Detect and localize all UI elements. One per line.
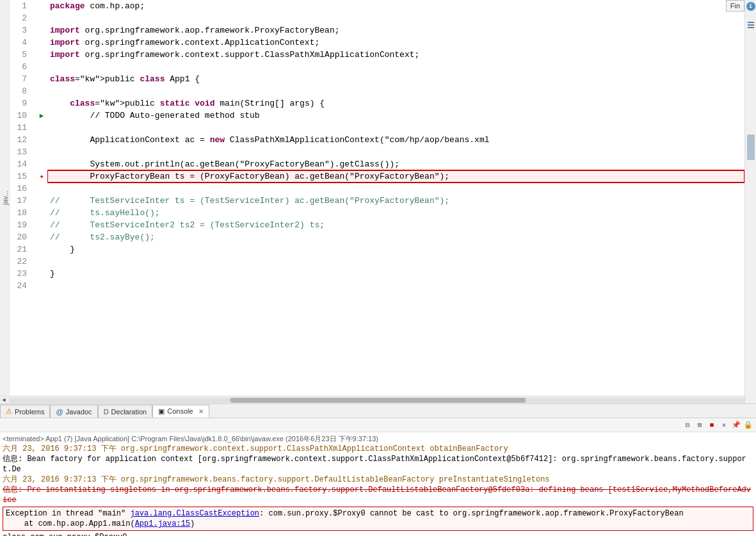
console-error-box: Exception in thread "main" java.lang.Cla… bbox=[3, 507, 753, 531]
gutter-marker bbox=[36, 49, 47, 61]
code-line: System.out.println(ac.getBean("ProxyFact… bbox=[47, 158, 744, 170]
tab-problems[interactable]: ⚠Problems bbox=[0, 405, 50, 418]
gutter-marker bbox=[36, 97, 47, 110]
line-number: 8 bbox=[10, 85, 31, 97]
scrollbar-position-indicator bbox=[747, 134, 755, 160]
line-number: 17 bbox=[10, 195, 31, 207]
code-line: class="kw">public class App1 { bbox=[47, 73, 744, 85]
gutter-marker bbox=[36, 134, 47, 146]
console-area: ⊟ ⊞ ■ ✕ 📌 🔒 <terminated> App1 (7) [Java … bbox=[0, 418, 756, 536]
code-line bbox=[47, 85, 744, 97]
problems-icon: ⚠ bbox=[6, 407, 12, 416]
console-content[interactable]: <terminated> App1 (7) [Java Application]… bbox=[0, 432, 756, 536]
code-line: import org.springframework.context.Appli… bbox=[47, 37, 744, 49]
console-line: class com.sun.proxy.$Proxy0 bbox=[3, 532, 753, 536]
code-line: } bbox=[47, 243, 744, 256]
console-header: <terminated> App1 (7) [Java Application]… bbox=[3, 434, 753, 444]
line-number: 16 bbox=[10, 183, 31, 195]
line-number: 11 bbox=[10, 122, 31, 134]
gutter-marker bbox=[36, 85, 47, 97]
gutter-marker bbox=[36, 158, 47, 170]
hscroll-track[interactable] bbox=[9, 398, 747, 403]
console-maximize-btn[interactable]: ⊞ bbox=[695, 420, 705, 430]
code-line: // ts.sayHello(); bbox=[47, 207, 744, 219]
console-icon: ▣ bbox=[158, 407, 165, 416]
gutter-marker bbox=[36, 0, 47, 12]
tab-close-btn[interactable]: ✕ bbox=[198, 408, 204, 415]
tab-label: Console bbox=[167, 407, 193, 415]
side-icons-panel: i bbox=[744, 0, 756, 403]
declaration-icon: D bbox=[104, 408, 109, 416]
line-number: 21 bbox=[10, 243, 31, 256]
gutter-marker bbox=[36, 207, 47, 219]
console-error-line: Exception in thread "main" java.lang.Cla… bbox=[6, 508, 750, 519]
console-toolbar: ⊟ ⊞ ■ ✕ 📌 🔒 bbox=[0, 418, 756, 432]
line-number: 5 bbox=[10, 49, 31, 61]
code-line: class="kw">public static void main(Strin… bbox=[47, 97, 744, 110]
console-pin-btn[interactable]: 📌 bbox=[731, 420, 741, 430]
code-line: import org.springframework.aop.framework… bbox=[47, 24, 744, 37]
line-number: 2 bbox=[10, 12, 31, 24]
hscroll-left-btn[interactable]: ◀ bbox=[0, 396, 8, 404]
find-bar[interactable]: Fin bbox=[726, 0, 744, 12]
console-minimize-btn[interactable]: ⊟ bbox=[682, 420, 693, 430]
code-container: jav... 123456789101112131415161718192021… bbox=[0, 0, 756, 396]
code-line bbox=[47, 61, 744, 73]
tab-declaration[interactable]: DDeclaration bbox=[98, 405, 153, 418]
info-icon[interactable]: i bbox=[745, 1, 757, 12]
code-line bbox=[47, 256, 744, 268]
tab-console[interactable]: ▣Console✕ bbox=[152, 405, 209, 418]
arrow-marker: ▶ bbox=[40, 111, 44, 120]
code-line: // TestServiceInter2 ts2 = (TestServiceI… bbox=[47, 219, 744, 231]
source-link[interactable]: App1.java:15 bbox=[135, 519, 190, 528]
find-bar-label: Fin bbox=[730, 2, 740, 10]
line-number: 18 bbox=[10, 207, 31, 219]
code-line bbox=[47, 122, 744, 134]
code-line bbox=[47, 146, 744, 158]
gutter-marker bbox=[36, 195, 47, 207]
line-number: 3 bbox=[10, 24, 31, 37]
gutter-marker bbox=[36, 146, 47, 158]
error-marker: ✦ bbox=[39, 172, 44, 181]
line-number: 24 bbox=[10, 280, 31, 292]
code-line: ApplicationContext ac = new ClassPathXml… bbox=[47, 134, 744, 146]
horizontal-scrollbar[interactable]: ◀ ▶ bbox=[0, 396, 756, 403]
console-terminate-btn[interactable]: ■ bbox=[707, 420, 717, 430]
overview-icon[interactable] bbox=[745, 19, 757, 31]
tab-label: Problems bbox=[15, 408, 44, 416]
code-line: } bbox=[47, 268, 744, 280]
gutter: ▶✦ bbox=[36, 0, 47, 396]
console-line: 信息: Bean factory for application context… bbox=[3, 454, 753, 475]
code-lines[interactable]: package com.hp.aop; import org.springfra… bbox=[47, 0, 744, 396]
line-number: 14 bbox=[10, 158, 31, 170]
tab-javadoc[interactable]: @Javadoc bbox=[50, 405, 97, 418]
javadoc-icon: @ bbox=[56, 408, 63, 416]
line-number: 7 bbox=[10, 73, 31, 85]
gutter-marker bbox=[36, 24, 47, 37]
console-close-btn[interactable]: ✕ bbox=[719, 420, 729, 430]
line-numbers: 123456789101112131415161718192021222324 bbox=[10, 0, 36, 396]
line-number: 13 bbox=[10, 146, 31, 158]
console-scroll-lock-btn[interactable]: 🔒 bbox=[743, 420, 753, 430]
gutter-marker bbox=[36, 219, 47, 231]
gutter-marker bbox=[36, 122, 47, 134]
line-number: 15 bbox=[10, 170, 31, 183]
gutter-marker bbox=[36, 268, 47, 280]
hscroll-thumb[interactable] bbox=[230, 398, 526, 403]
code-line: import org.springframework.context.suppo… bbox=[47, 49, 744, 61]
gutter-marker: ▶ bbox=[36, 110, 47, 122]
code-line: package com.hp.aop; bbox=[47, 0, 744, 12]
gutter-marker bbox=[36, 12, 47, 24]
line-number: 1 bbox=[10, 0, 31, 12]
line-number: 10 bbox=[10, 110, 31, 122]
line-number: 19 bbox=[10, 219, 31, 231]
line-number: 9 bbox=[10, 97, 31, 110]
gutter-marker bbox=[36, 256, 47, 268]
console-line: 六月 23, 2016 9:37:13 下午 org.springframewo… bbox=[3, 475, 753, 485]
svg-rect-0 bbox=[748, 22, 754, 23]
line-number: 22 bbox=[10, 256, 31, 268]
code-line bbox=[47, 280, 744, 292]
line-number: 12 bbox=[10, 134, 31, 146]
exception-link[interactable]: java.lang.ClassCastException bbox=[130, 509, 259, 518]
code-line: // TODO Auto-generated method stub bbox=[47, 110, 744, 122]
